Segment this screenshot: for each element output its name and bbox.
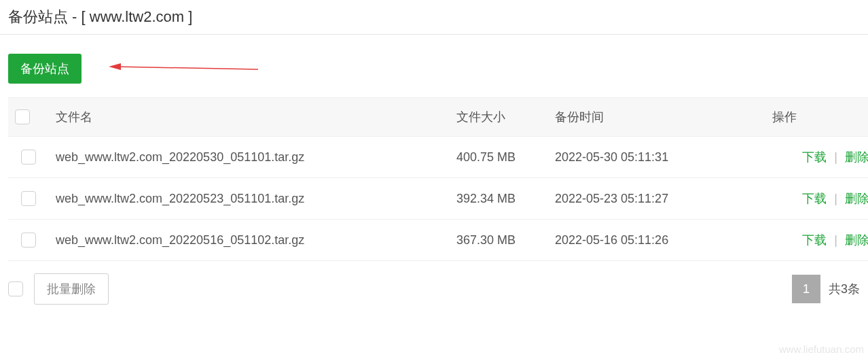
table-row: web_www.ltw2.com_20220523_051101.tar.gz … (8, 178, 868, 220)
backup-site-button[interactable]: 备份站点 (8, 54, 82, 84)
download-link[interactable]: 下载 (802, 150, 827, 164)
cell-filesize: 367.30 MB (450, 220, 548, 261)
table-header-row: 文件名 文件大小 备份时间 操作 (8, 98, 868, 137)
row-checkbox[interactable] (21, 191, 36, 206)
row-checkbox[interactable] (21, 150, 36, 165)
col-operations: 操作 (765, 98, 868, 137)
svg-line-0 (115, 67, 258, 69)
panel-title: 备份站点 - [ www.ltw2.com ] (0, 0, 868, 35)
download-link[interactable]: 下载 (802, 192, 827, 205)
arrow-annotation-icon (109, 63, 258, 73)
col-filesize: 文件大小 (450, 98, 548, 137)
toolbar: 备份站点 (0, 35, 868, 97)
col-backup-time: 备份时间 (548, 98, 765, 137)
col-filename: 文件名 (49, 98, 450, 137)
delete-link[interactable]: 删除 (845, 192, 868, 205)
row-checkbox[interactable] (21, 233, 36, 247)
select-all-checkbox[interactable] (15, 109, 30, 124)
cell-filename: web_www.ltw2.com_20220523_051101.tar.gz (49, 178, 450, 220)
cell-filename: web_www.ltw2.com_20220516_051102.tar.gz (49, 220, 450, 261)
cell-filesize: 400.75 MB (450, 137, 548, 178)
download-link[interactable]: 下载 (802, 233, 827, 247)
cell-filesize: 392.34 MB (450, 178, 548, 220)
table-footer: 批量删除 1 共3条 (0, 261, 868, 317)
page-total-label: 共3条 (829, 281, 860, 297)
table-row: web_www.ltw2.com_20220530_051101.tar.gz … (8, 137, 868, 178)
svg-marker-1 (109, 63, 121, 70)
cell-backup-time: 2022-05-23 05:11:27 (548, 178, 765, 220)
cell-backup-time: 2022-05-30 05:11:31 (548, 137, 765, 178)
cell-backup-time: 2022-05-16 05:11:26 (548, 220, 765, 261)
delete-link[interactable]: 删除 (845, 150, 868, 164)
ops-separator: | (834, 192, 837, 205)
delete-link[interactable]: 删除 (845, 233, 868, 247)
ops-separator: | (834, 150, 837, 164)
backup-table: 文件名 文件大小 备份时间 操作 web_www.ltw2.com_202205… (8, 97, 868, 261)
footer-select-all-checkbox[interactable] (8, 281, 23, 296)
page-current-button[interactable]: 1 (792, 275, 820, 303)
cell-filename: web_www.ltw2.com_20220530_051101.tar.gz (49, 137, 450, 178)
ops-separator: | (834, 233, 837, 247)
table-row: web_www.ltw2.com_20220516_051102.tar.gz … (8, 220, 868, 261)
batch-delete-button[interactable]: 批量删除 (34, 273, 109, 305)
